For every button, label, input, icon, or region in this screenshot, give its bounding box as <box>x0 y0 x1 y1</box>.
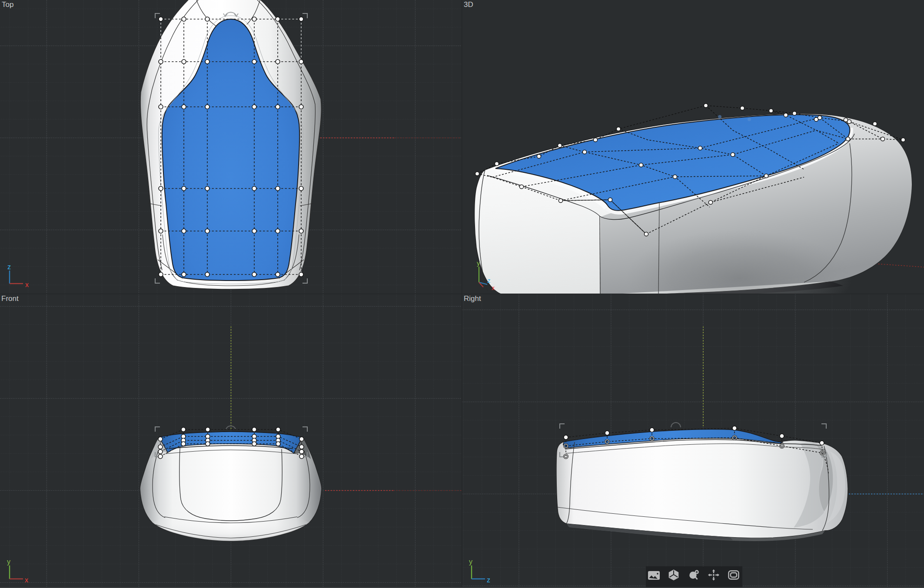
svg-text:x: x <box>492 284 495 291</box>
svg-text:z: z <box>487 277 491 284</box>
svg-text:Right: Right <box>464 294 481 303</box>
svg-text:z: z <box>487 576 490 584</box>
svg-text:Top: Top <box>2 0 13 9</box>
svg-text:Front: Front <box>1 294 19 303</box>
svg-text:x: x <box>25 281 29 288</box>
svg-text:y: y <box>7 558 10 565</box>
svg-text:y: y <box>477 259 480 267</box>
svg-text:3D: 3D <box>464 0 473 9</box>
svg-text:x: x <box>25 576 28 584</box>
svg-text:y: y <box>469 558 472 565</box>
svg-text:z: z <box>7 263 11 271</box>
